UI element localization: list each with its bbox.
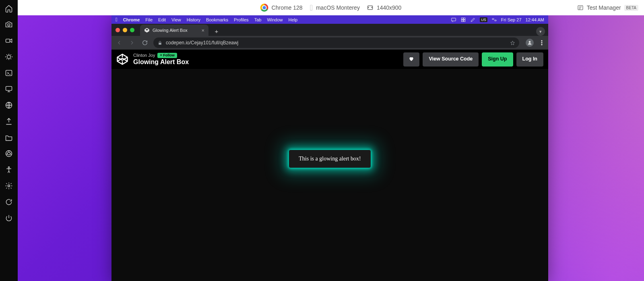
svg-rect-17 xyxy=(492,19,494,19)
display-icon[interactable] xyxy=(4,85,13,94)
address-bar[interactable]: codepen.io/Cejay101/full/qBzeawj xyxy=(153,37,519,48)
svg-rect-16 xyxy=(464,20,465,21)
chrome-tab-strip: Glowing Alert Box × + ▾ xyxy=(111,24,548,36)
tray-windows-icon[interactable] xyxy=(460,17,466,23)
window-close-button[interactable] xyxy=(116,28,120,32)
alert-text: This is a glowing alert box! xyxy=(299,156,361,162)
window-minimize-button[interactable] xyxy=(123,28,127,32)
menu-history[interactable]: History xyxy=(187,17,200,22)
gear-icon[interactable] xyxy=(4,181,13,190)
view-source-button[interactable]: View Source Code xyxy=(423,52,479,67)
home-icon[interactable] xyxy=(4,4,13,13)
beta-badge: BETA xyxy=(624,5,638,11)
menu-tab[interactable]: Tab xyxy=(254,17,262,22)
site-info-icon[interactable] xyxy=(157,40,163,46)
menu-window[interactable]: Window xyxy=(267,17,283,22)
pen-author[interactable]: Clinton Joy xyxy=(133,53,155,58)
svg-rect-15 xyxy=(462,20,463,21)
menu-app-name[interactable]: Chrome xyxy=(123,17,140,22)
menubar-date[interactable]: Fri Sep 27 xyxy=(501,17,522,22)
chrome-icon xyxy=(260,4,268,12)
svg-point-2 xyxy=(7,55,10,58)
svg-rect-1 xyxy=(6,39,10,42)
address-text: codepen.io/Cejay101/full/qBzeawj xyxy=(166,40,238,46)
glowing-alert-box: This is a glowing alert box! xyxy=(289,150,370,168)
svg-point-0 xyxy=(8,24,10,26)
camera-icon[interactable] xyxy=(4,20,13,29)
tab-title: Glowing Alert Box xyxy=(153,28,188,33)
globe-icon[interactable] xyxy=(4,101,13,110)
svg-rect-12 xyxy=(452,18,456,21)
resolution-icon xyxy=(367,4,374,11)
menu-edit[interactable]: Edit xyxy=(158,17,166,22)
chrome-toolbar: codepen.io/Cejay101/full/qBzeawj xyxy=(111,36,548,50)
apple-icon:  xyxy=(310,4,313,12)
nav-back-button[interactable] xyxy=(115,38,124,47)
svg-point-20 xyxy=(541,40,542,41)
svg-point-8 xyxy=(8,167,9,168)
menu-view[interactable]: View xyxy=(171,17,181,22)
window-zoom-button[interactable] xyxy=(130,28,134,32)
environment-info-bar: Chrome 128  macOS Monterey 1440x900 Tes… xyxy=(18,0,644,15)
svg-rect-3 xyxy=(6,70,12,75)
tray-control-center-icon[interactable] xyxy=(491,17,497,23)
sync-icon[interactable] xyxy=(4,198,13,206)
window-traffic-lights xyxy=(116,24,134,36)
codepen-favicon-icon xyxy=(144,27,150,33)
left-tool-rail xyxy=(0,0,18,281)
svg-point-22 xyxy=(541,44,542,45)
tab-close-icon[interactable]: × xyxy=(201,27,204,33)
folder-icon[interactable] xyxy=(4,133,13,142)
tab-search-button[interactable]: ▾ xyxy=(536,27,545,36)
menu-bookmarks[interactable]: Bookmarks xyxy=(206,17,228,22)
menubar-time[interactable]: 12:44 AM xyxy=(526,17,544,22)
profile-avatar[interactable] xyxy=(526,39,534,47)
input-source-badge[interactable]: US xyxy=(480,17,487,22)
svg-rect-18 xyxy=(494,20,496,21)
mac-menubar:  Chrome File Edit View History Bookmark… xyxy=(111,15,548,24)
tray-cast-icon[interactable] xyxy=(451,17,456,23)
signup-button[interactable]: Sign Up xyxy=(482,52,513,67)
browser-tab[interactable]: Glowing Alert Box × xyxy=(140,25,208,36)
bookmark-star-icon[interactable] xyxy=(510,40,515,46)
svg-point-7 xyxy=(8,152,10,155)
chrome-outline-icon[interactable] xyxy=(4,149,13,158)
menu-file[interactable]: File xyxy=(145,17,153,22)
os-label: macOS Monterey xyxy=(316,4,360,11)
nav-reload-button[interactable] xyxy=(140,38,149,47)
resolution-label: 1440x900 xyxy=(377,4,402,11)
browser-chip: Chrome 128 xyxy=(260,4,303,12)
browser-label: Chrome 128 xyxy=(272,4,303,11)
bug-icon[interactable] xyxy=(4,52,13,61)
login-button[interactable]: Log In xyxy=(516,52,544,67)
test-manager-label[interactable]: Test Manager xyxy=(587,4,621,11)
chrome-window:  Chrome File Edit View History Bookmark… xyxy=(111,15,548,281)
os-chip:  macOS Monterey xyxy=(310,4,360,12)
pen-stage: This is a glowing alert box! xyxy=(111,69,548,281)
upload-icon[interactable] xyxy=(4,117,13,126)
svg-point-21 xyxy=(541,42,542,43)
nav-forward-button[interactable] xyxy=(128,38,136,47)
apple-menu-icon[interactable]:  xyxy=(116,17,118,23)
power-icon[interactable] xyxy=(4,214,13,223)
svg-rect-14 xyxy=(464,18,465,19)
page-viewport: Clinton Joy + Follow Glowing Alert Box V… xyxy=(111,50,548,281)
codepen-logo-icon[interactable] xyxy=(116,53,128,65)
svg-rect-13 xyxy=(462,18,463,19)
svg-point-19 xyxy=(529,41,530,43)
test-manager-icon[interactable] xyxy=(577,4,584,11)
svg-point-9 xyxy=(8,185,10,187)
video-icon[interactable] xyxy=(4,36,13,45)
accessibility-icon[interactable] xyxy=(4,165,13,174)
tray-pen-icon[interactable] xyxy=(470,17,476,23)
menu-profiles[interactable]: Profiles xyxy=(234,17,249,22)
macos-desktop:  Chrome File Edit View History Bookmark… xyxy=(18,15,644,281)
new-tab-button[interactable]: + xyxy=(212,26,221,36)
codepen-header: Clinton Joy + Follow Glowing Alert Box V… xyxy=(111,50,548,69)
pen-title: Glowing Alert Box xyxy=(133,58,189,66)
follow-button[interactable]: + Follow xyxy=(157,53,177,58)
love-button[interactable] xyxy=(403,52,419,67)
chrome-menu-icon[interactable] xyxy=(539,40,545,46)
menu-help[interactable]: Help xyxy=(289,17,298,22)
terminal-icon[interactable] xyxy=(4,69,13,77)
